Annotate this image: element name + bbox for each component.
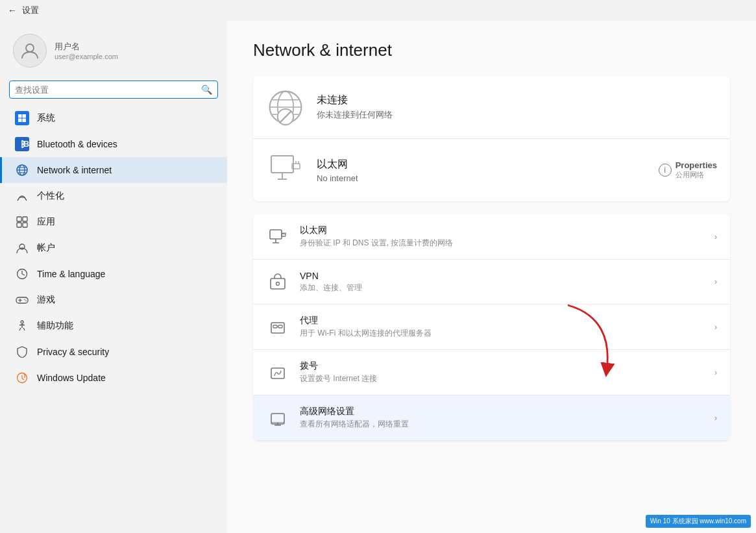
search-icon: 🔍 (201, 84, 212, 95)
advanced-network-arrow: › (714, 414, 717, 423)
wifi-status-card[interactable]: 未连接 你未连接到任何网络 (253, 76, 730, 139)
ethernet-status-sub: No internet (317, 173, 647, 183)
page-title: Network & internet (253, 40, 730, 60)
sidebar-item-system[interactable]: 系统 (0, 105, 227, 131)
back-button[interactable]: ← (8, 5, 17, 16)
sidebar-item-label-system: 系统 (37, 112, 55, 124)
advanced-network-sub: 查看所有网络适配器，网络重置 (300, 419, 704, 430)
dialup-item[interactable]: 拨号 设置拨号 Internet 连接 › (253, 350, 730, 395)
svg-rect-3 (18, 119, 22, 123)
sidebar-item-label-gaming: 游戏 (37, 294, 55, 306)
advanced-network-icon (266, 406, 289, 430)
ethernet-properties-action[interactable]: i Properties 公用网络 (659, 160, 717, 180)
sidebar-item-label-bluetooth: Bluetooth & devices (37, 139, 117, 149)
vpn-text: VPN 添加、连接、管理 (300, 271, 704, 293)
svg-rect-51 (273, 325, 277, 328)
user-profile[interactable]: 用户名 user@example.com (0, 27, 227, 81)
svg-point-49 (276, 282, 280, 286)
windowsupdate-icon (15, 371, 29, 385)
dialup-text: 拨号 设置拨号 Internet 连接 (300, 360, 704, 384)
proxy-arrow: › (714, 323, 717, 332)
ethernet-status-title: 以太网 (317, 158, 647, 171)
sidebar: 用户名 user@example.com 🔍 (0, 21, 227, 533)
ethernet-status-card[interactable]: 以太网 No internet i Properties 公用网络 (253, 139, 730, 201)
network-icon (15, 163, 29, 177)
content-area: 用户名 user@example.com 🔍 (0, 21, 756, 533)
svg-rect-1 (18, 114, 22, 118)
apps-icon (15, 215, 29, 229)
search-box[interactable]: 🔍 (9, 81, 218, 99)
ethernet-settings-icon (266, 225, 289, 249)
sidebar-item-network[interactable]: Network & internet (0, 157, 227, 183)
svg-rect-12 (23, 217, 27, 221)
advanced-network-item[interactable]: 高级网络设置 查看所有网络适配器，网络重置 › (253, 395, 730, 441)
system-icon (15, 111, 29, 125)
sidebar-item-gaming[interactable]: 游戏 (0, 287, 227, 313)
wifi-status-title: 未连接 (317, 93, 717, 107)
svg-rect-48 (271, 279, 285, 289)
accessibility-icon (15, 319, 29, 333)
dialup-arrow: › (714, 368, 717, 377)
sidebar-item-label-accounts: 帐户 (37, 242, 55, 254)
proxy-icon (266, 316, 289, 339)
ethernet-status-icon (266, 151, 305, 190)
svg-rect-2 (23, 114, 27, 118)
sidebar-item-label-accessibility: 辅助功能 (37, 320, 73, 332)
sidebar-item-personalization[interactable]: 个性化 (0, 183, 227, 209)
user-email: user@example.com (55, 53, 118, 60)
dialup-title: 拨号 (300, 360, 704, 372)
network-type-label: 公用网络 (676, 170, 717, 180)
sidebar-item-accessibility[interactable]: 辅助功能 (0, 313, 227, 339)
titlebar-title: 设置 (22, 5, 39, 16)
sidebar-item-bluetooth[interactable]: B Bluetooth & devices (0, 131, 227, 157)
svg-rect-34 (271, 156, 293, 173)
sidebar-item-label-network: Network & internet (37, 165, 112, 175)
ethernet-settings-item[interactable]: 以太网 身份验证 IP 和 DNS 设置, 按流量计费的网络 › (253, 214, 730, 260)
info-icon: i (659, 164, 672, 177)
user-name: 用户名 (55, 41, 118, 53)
watermark: Win 10 系统家园 www.win10.com (646, 515, 751, 528)
time-icon (15, 267, 29, 281)
svg-point-22 (24, 299, 25, 301)
watermark-text: Win 10 系统家园 www.win10.com (650, 517, 746, 525)
personalization-icon (15, 189, 29, 203)
sidebar-item-apps[interactable]: 应用 (0, 209, 227, 235)
nav-list: 系统 B Bluetooth & devices (0, 105, 227, 391)
privacy-icon (15, 345, 29, 359)
wifi-status-sub: 你未连接到任何网络 (317, 109, 717, 121)
vpn-item[interactable]: VPN 添加、连接、管理 › (253, 260, 730, 304)
proxy-item[interactable]: 代理 用于 Wi-Fi 和以太网连接的代理服务器 › (253, 304, 730, 350)
gaming-icon (15, 293, 29, 307)
sidebar-item-accounts[interactable]: 帐户 (0, 235, 227, 261)
bluetooth-icon: B (15, 137, 29, 151)
status-cards: 未连接 你未连接到任何网络 (253, 76, 730, 201)
dialup-sub: 设置拨号 Internet 连接 (300, 373, 704, 384)
sidebar-item-label-personalization: 个性化 (37, 190, 64, 202)
sidebar-item-label-apps: 应用 (37, 216, 55, 228)
sidebar-item-label-time: Time & language (37, 269, 105, 279)
search-input[interactable] (15, 85, 197, 95)
section-list: 以太网 身份验证 IP 和 DNS 设置, 按流量计费的网络 › (253, 214, 730, 441)
dialup-icon (266, 361, 289, 384)
proxy-title: 代理 (300, 315, 704, 327)
svg-point-24 (21, 321, 23, 323)
wifi-status-text: 未连接 你未连接到任何网络 (317, 93, 717, 121)
ethernet-status-text: 以太网 No internet (317, 158, 647, 183)
avatar (13, 34, 47, 68)
sidebar-item-privacy[interactable]: Privacy & security (0, 339, 227, 365)
sidebar-item-label-windowsupdate: Windows Update (37, 373, 106, 383)
sidebar-item-label-privacy: Privacy & security (37, 347, 109, 357)
proxy-sub: 用于 Wi-Fi 和以太网连接的代理服务器 (300, 328, 704, 339)
svg-point-0 (26, 44, 34, 52)
sidebar-item-time[interactable]: Time & language (0, 261, 227, 287)
sidebar-item-windowsupdate[interactable]: Windows Update (0, 365, 227, 391)
vpn-icon (266, 270, 289, 293)
main-content: Network & internet (227, 21, 756, 533)
wifi-no-connection-icon (266, 88, 305, 127)
ethernet-settings-text: 以太网 身份验证 IP 和 DNS 设置, 按流量计费的网络 (300, 225, 704, 249)
vpn-arrow: › (714, 277, 717, 286)
advanced-network-title: 高级网络设置 (300, 406, 704, 417)
ethernet-action-text: Properties 公用网络 (676, 160, 717, 180)
proxy-text: 代理 用于 Wi-Fi 和以太网连接的代理服务器 (300, 315, 704, 339)
svg-rect-52 (278, 325, 282, 328)
